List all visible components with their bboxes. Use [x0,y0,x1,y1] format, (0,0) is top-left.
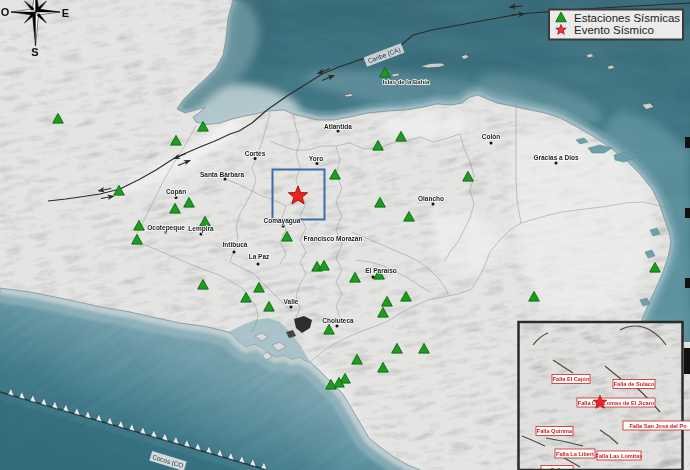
svg-text:Intibucá: Intibucá [223,241,248,248]
svg-text:O: O [1,6,10,18]
svg-text:Falla Las Lomas de El Jícaro: Falla Las Lomas de El Jícaro [578,400,655,406]
svg-text:S: S [31,46,38,58]
svg-text:Falla de Sulaco: Falla de Sulaco [614,381,655,387]
svg-text:El Paraíso: El Paraíso [365,267,396,274]
svg-text:Choluteca: Choluteca [322,317,354,324]
svg-text:Gracias a Dios: Gracias a Dios [533,154,579,161]
svg-text:Falla San José del Po: Falla San José del Po [629,423,687,429]
svg-text:Colón: Colón [482,133,500,140]
svg-text:Lempira: Lempira [188,225,214,233]
svg-text:La Paz: La Paz [249,253,270,260]
svg-text:Francisco Morazán: Francisco Morazán [304,235,363,242]
svg-text:Falla La Libert: Falla La Libert [556,451,594,457]
svg-text:Ocotepeque: Ocotepeque [147,224,185,232]
svg-text:Estaciones Sísmicas: Estaciones Sísmicas [574,12,680,24]
svg-text:Atlántida: Atlántida [324,123,352,130]
svg-text:Evento Sísmico: Evento Sísmico [574,24,654,36]
svg-text:E: E [62,7,69,19]
svg-text:Islas de la Bahía: Islas de la Bahía [383,79,430,85]
svg-text:Cortés: Cortés [245,150,266,157]
svg-text:Falla Las Lomitas: Falla Las Lomitas [596,453,643,459]
svg-text:Yoro: Yoro [309,155,323,162]
svg-text:Valle: Valle [284,298,299,305]
svg-text:Falla El Cajón: Falla El Cajón [553,376,590,382]
svg-text:Falla Quirima: Falla Quirima [537,428,573,434]
svg-text:Olancho: Olancho [418,195,444,202]
svg-text:Comayagua: Comayagua [264,217,301,225]
svg-text:Santa Bárbara: Santa Bárbara [200,171,244,178]
svg-text:Copán: Copán [166,188,186,196]
